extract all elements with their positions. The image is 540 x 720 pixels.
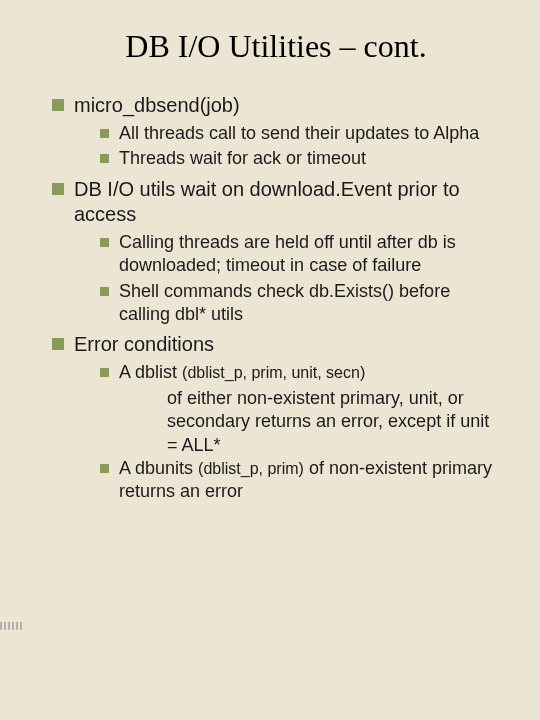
text-part-small: (dblist_p, prim, unit, secn)	[182, 364, 365, 381]
sub-item-text: A dbunits (dblist_p, prim) of non-existe…	[119, 457, 500, 504]
sub-item-text: A dblist (dblist_p, prim, unit, secn)	[119, 361, 365, 384]
sub-item: A dbunits (dblist_p, prim) of non-existe…	[100, 457, 500, 504]
square-bullet-icon	[52, 183, 64, 195]
sub-item: Threads wait for ack or timeout	[100, 147, 500, 170]
square-bullet-icon	[100, 368, 109, 377]
item-text: DB I/O utils wait on download.Event prio…	[74, 177, 500, 227]
sub-item: A dblist (dblist_p, prim, unit, secn)	[100, 361, 500, 384]
slide-title: DB I/O Utilities – cont.	[52, 28, 500, 65]
sub-list: Calling threads are held off until after…	[52, 231, 500, 327]
sub-item: Shell commands check db.Exists() before …	[100, 280, 500, 327]
sub-item-text: Shell commands check db.Exists() before …	[119, 280, 500, 327]
bullet-list: micro_dbsend(job) All threads call to se…	[52, 93, 500, 504]
square-bullet-icon	[100, 154, 109, 163]
square-bullet-icon	[100, 287, 109, 296]
square-bullet-icon	[100, 464, 109, 473]
list-item: Error conditions A dblist (dblist_p, pri…	[52, 332, 500, 503]
text-part-small: (dblist_p, prim)	[198, 460, 304, 477]
list-item: DB I/O utils wait on download.Event prio…	[52, 177, 500, 327]
square-bullet-icon	[100, 129, 109, 138]
sub-item-text: Threads wait for ack or timeout	[119, 147, 366, 170]
item-text: micro_dbsend(job)	[74, 93, 240, 118]
text-part: A dbunits	[119, 458, 198, 478]
square-bullet-icon	[52, 99, 64, 111]
sub-item: Calling threads are held off until after…	[100, 231, 500, 278]
sub-list: A dblist (dblist_p, prim, unit, secn) of…	[52, 361, 500, 503]
text-part: A dblist	[119, 362, 182, 382]
sub-item: All threads call to send their updates t…	[100, 122, 500, 145]
sub-list: All threads call to send their updates t…	[52, 122, 500, 171]
item-text: Error conditions	[74, 332, 214, 357]
continuation-text: of either non-existent primary, unit, or…	[100, 387, 500, 457]
square-bullet-icon	[100, 238, 109, 247]
square-bullet-icon	[52, 338, 64, 350]
slide-content: DB I/O Utilities – cont. micro_dbsend(jo…	[0, 0, 540, 530]
page-mark-icon	[0, 622, 22, 630]
list-item: micro_dbsend(job) All threads call to se…	[52, 93, 500, 171]
sub-item-text: Calling threads are held off until after…	[119, 231, 500, 278]
sub-item-text: All threads call to send their updates t…	[119, 122, 479, 145]
